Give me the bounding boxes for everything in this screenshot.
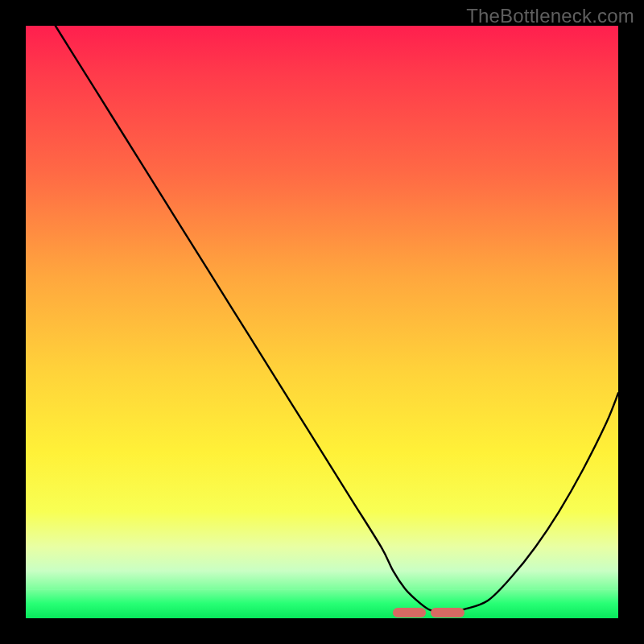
bottleneck-curve [26,26,618,618]
minimum-marker-left [393,608,426,617]
chart-frame: TheBottleneck.com [0,0,644,644]
plot-area [26,26,618,618]
minimum-marker-right [431,608,464,617]
watermark-text: TheBottleneck.com [466,5,634,27]
